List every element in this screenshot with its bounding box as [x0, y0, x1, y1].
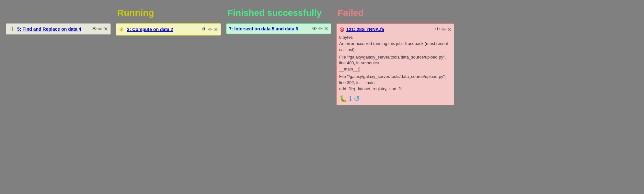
- job-running-1-icons: 👁 ✏ ✕: [202, 27, 218, 33]
- running-1-close-icon[interactable]: ✕: [214, 27, 218, 33]
- column-paused-header: [6, 6, 111, 20]
- running-1-eye-icon[interactable]: 👁: [202, 27, 207, 32]
- failed-error-text-content: An error occurred running this job: Trac…: [339, 41, 448, 52]
- job-card-running-1: ✳ 3: Compute on data 2 👁 ✏ ✕: [116, 23, 221, 36]
- job-failed-1-header: ⊗ 121: 28S_rRNA.fa 👁 ✏ ✕: [339, 26, 451, 33]
- job-failed-1-body: 0 bytes An error occurred running this j…: [339, 35, 451, 92]
- running-status-icon: ✳: [119, 26, 124, 33]
- column-running-header: Running: [116, 6, 221, 20]
- paused-1-edit-icon[interactable]: ✏: [98, 26, 102, 32]
- job-card-finished-1-content: 7: Intersect on data 5 and data 6 👁 ✏ ✕: [229, 26, 328, 32]
- job-paused-1-icons: 👁 ✏ ✕: [92, 26, 108, 32]
- column-finished: Finished successfully 7: Intersect on da…: [224, 3, 334, 191]
- finished-1-edit-icon[interactable]: ✏: [318, 26, 323, 32]
- job-failed-1-title[interactable]: 121: 28S_rRNA.fa: [346, 27, 433, 32]
- failed-1-edit-icon[interactable]: ✏: [442, 27, 446, 33]
- failed-error-text: An error occurred running this job: Trac…: [339, 41, 451, 53]
- failed-filesize: 0 bytes: [339, 35, 451, 41]
- job-finished-1-icons: 👁 ✏ ✕: [312, 26, 328, 32]
- failed-refresh-icon[interactable]: ↺: [354, 95, 360, 103]
- failed-1-close-icon[interactable]: ✕: [447, 27, 451, 33]
- job-card-paused-1-content: ⏸ 5: Find and Replace on data 4 👁 ✏ ✕: [9, 26, 108, 32]
- failed-trace2: __main__(): [339, 66, 451, 72]
- main-container: ⏸ 5: Find and Replace on data 4 👁 ✏ ✕ Ru…: [0, 0, 644, 194]
- column-failed-header: Failed: [336, 6, 454, 20]
- column-running: Running ✳ 3: Compute on data 2 👁 ✏ ✕: [113, 3, 224, 191]
- job-failed-1-icons: 👁 ✏ ✕: [435, 27, 451, 33]
- paused-1-close-icon[interactable]: ✕: [104, 26, 108, 32]
- failed-trace4: add_file( dataset, registry, json_fil: [339, 86, 451, 92]
- job-finished-1-title[interactable]: 7: Intersect on data 5 and data 6: [229, 26, 309, 31]
- job-card-paused-1: ⏸ 5: Find and Replace on data 4 👁 ✏ ✕: [6, 23, 111, 35]
- failed-trace1: File "/galaxy/galaxy_server/tools/data_s…: [339, 54, 451, 67]
- failed-status-icon: ⊗: [339, 26, 345, 33]
- finished-1-close-icon[interactable]: ✕: [324, 26, 328, 32]
- job-running-1-title[interactable]: 3: Compute on data 2: [127, 27, 199, 32]
- column-failed: Failed ⊗ 121: 28S_rRNA.fa 👁 ✏ ✕ 0 bytes …: [334, 3, 457, 191]
- column-finished-header: Finished successfully: [226, 6, 331, 20]
- job-failed-1-footer-icons: 🐛 ℹ ↺: [339, 95, 451, 103]
- job-card-finished-1: 7: Intersect on data 5 and data 6 👁 ✏ ✕: [226, 23, 331, 34]
- job-paused-1-title[interactable]: 5: Find and Replace on data 4: [17, 27, 88, 32]
- failed-1-eye-icon[interactable]: 👁: [435, 27, 440, 32]
- paused-1-eye-icon[interactable]: 👁: [92, 26, 97, 32]
- failed-info-icon[interactable]: ℹ: [349, 95, 352, 103]
- failed-bug-icon[interactable]: 🐛: [339, 95, 347, 103]
- column-paused: ⏸ 5: Find and Replace on data 4 👁 ✏ ✕: [3, 3, 113, 191]
- running-1-edit-icon[interactable]: ✏: [208, 27, 213, 33]
- finished-1-eye-icon[interactable]: 👁: [312, 26, 317, 32]
- job-card-running-1-content: ✳ 3: Compute on data 2 👁 ✏ ✕: [119, 26, 218, 33]
- paused-status-icon: ⏸: [9, 26, 15, 32]
- job-card-failed-1: ⊗ 121: 28S_rRNA.fa 👁 ✏ ✕ 0 bytes An erro…: [336, 23, 454, 105]
- failed-trace3: File "/galaxy/galaxy_server/tools/data_s…: [339, 74, 451, 86]
